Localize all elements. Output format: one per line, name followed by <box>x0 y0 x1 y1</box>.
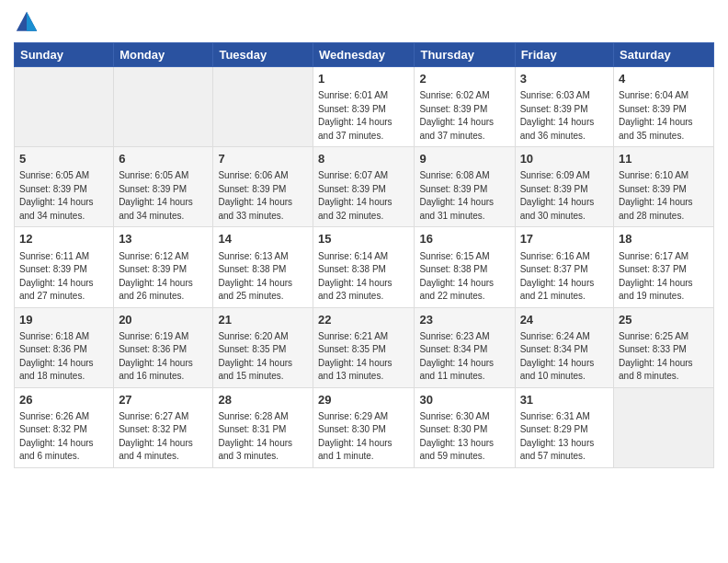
calendar-cell: 2Sunrise: 6:02 AM Sunset: 8:39 PM Daylig… <box>415 67 515 147</box>
calendar-cell: 16Sunrise: 6:15 AM Sunset: 8:38 PM Dayli… <box>415 227 515 307</box>
day-number: 18 <box>619 231 709 247</box>
day-number: 24 <box>520 312 609 328</box>
day-info: Sunrise: 6:03 AM Sunset: 8:39 PM Dayligh… <box>520 89 609 143</box>
day-number: 31 <box>520 392 609 408</box>
calendar-table: SundayMondayTuesdayWednesdayThursdayFrid… <box>14 42 714 468</box>
day-number: 10 <box>520 151 609 167</box>
day-info: Sunrise: 6:11 AM Sunset: 8:39 PM Dayligh… <box>19 250 108 304</box>
calendar-cell: 3Sunrise: 6:03 AM Sunset: 8:39 PM Daylig… <box>515 67 613 147</box>
day-number: 20 <box>119 312 208 328</box>
day-number: 19 <box>19 312 108 328</box>
day-number: 28 <box>218 392 308 408</box>
calendar-cell: 11Sunrise: 6:10 AM Sunset: 8:39 PM Dayli… <box>614 147 714 227</box>
day-number: 17 <box>520 231 609 247</box>
day-number: 27 <box>119 392 208 408</box>
calendar-week-5: 26Sunrise: 6:26 AM Sunset: 8:32 PM Dayli… <box>15 387 714 467</box>
day-info: Sunrise: 6:28 AM Sunset: 8:31 PM Dayligh… <box>218 410 308 464</box>
day-info: Sunrise: 6:15 AM Sunset: 8:38 PM Dayligh… <box>419 250 509 304</box>
day-info: Sunrise: 6:05 AM Sunset: 8:39 PM Dayligh… <box>119 169 208 223</box>
calendar-cell: 18Sunrise: 6:17 AM Sunset: 8:37 PM Dayli… <box>614 227 714 307</box>
day-number: 9 <box>419 151 509 167</box>
calendar-cell: 31Sunrise: 6:31 AM Sunset: 8:29 PM Dayli… <box>515 387 613 467</box>
page: SundayMondayTuesdayWednesdayThursdayFrid… <box>0 0 728 563</box>
calendar-cell <box>614 387 714 467</box>
weekday-header-sunday: Sunday <box>15 43 114 67</box>
calendar-cell: 30Sunrise: 6:30 AM Sunset: 8:30 PM Dayli… <box>415 387 515 467</box>
day-info: Sunrise: 6:23 AM Sunset: 8:34 PM Dayligh… <box>419 330 509 384</box>
day-info: Sunrise: 6:19 AM Sunset: 8:36 PM Dayligh… <box>119 330 208 384</box>
calendar-cell <box>114 67 213 147</box>
day-info: Sunrise: 6:16 AM Sunset: 8:37 PM Dayligh… <box>520 250 609 304</box>
day-number: 26 <box>19 392 108 408</box>
weekday-header-monday: Monday <box>114 43 213 67</box>
day-number: 30 <box>419 392 509 408</box>
calendar-cell: 23Sunrise: 6:23 AM Sunset: 8:34 PM Dayli… <box>415 307 515 387</box>
day-info: Sunrise: 6:18 AM Sunset: 8:36 PM Dayligh… <box>19 330 108 384</box>
weekday-header-saturday: Saturday <box>614 43 714 67</box>
day-info: Sunrise: 6:13 AM Sunset: 8:38 PM Dayligh… <box>218 250 308 304</box>
day-info: Sunrise: 6:25 AM Sunset: 8:33 PM Dayligh… <box>619 330 709 384</box>
day-number: 4 <box>619 71 709 87</box>
calendar-cell: 4Sunrise: 6:04 AM Sunset: 8:39 PM Daylig… <box>614 67 714 147</box>
day-number: 25 <box>619 312 709 328</box>
calendar-cell: 24Sunrise: 6:24 AM Sunset: 8:34 PM Dayli… <box>515 307 613 387</box>
day-number: 7 <box>218 151 308 167</box>
weekday-header-tuesday: Tuesday <box>213 43 313 67</box>
calendar-week-3: 12Sunrise: 6:11 AM Sunset: 8:39 PM Dayli… <box>15 227 714 307</box>
day-number: 29 <box>318 392 409 408</box>
day-number: 2 <box>419 71 509 87</box>
calendar-cell: 13Sunrise: 6:12 AM Sunset: 8:39 PM Dayli… <box>114 227 213 307</box>
calendar-cell <box>15 67 114 147</box>
weekday-header-row: SundayMondayTuesdayWednesdayThursdayFrid… <box>15 43 714 67</box>
calendar-cell: 12Sunrise: 6:11 AM Sunset: 8:39 PM Dayli… <box>15 227 114 307</box>
calendar-cell: 25Sunrise: 6:25 AM Sunset: 8:33 PM Dayli… <box>614 307 714 387</box>
calendar-cell: 22Sunrise: 6:21 AM Sunset: 8:35 PM Dayli… <box>313 307 415 387</box>
calendar-cell: 29Sunrise: 6:29 AM Sunset: 8:30 PM Dayli… <box>313 387 415 467</box>
calendar-cell: 10Sunrise: 6:09 AM Sunset: 8:39 PM Dayli… <box>515 147 613 227</box>
day-info: Sunrise: 6:29 AM Sunset: 8:30 PM Dayligh… <box>318 410 409 464</box>
header <box>14 9 714 35</box>
day-number: 6 <box>119 151 208 167</box>
calendar-cell: 26Sunrise: 6:26 AM Sunset: 8:32 PM Dayli… <box>15 387 114 467</box>
calendar-cell: 27Sunrise: 6:27 AM Sunset: 8:32 PM Dayli… <box>114 387 213 467</box>
day-info: Sunrise: 6:02 AM Sunset: 8:39 PM Dayligh… <box>419 89 509 143</box>
calendar-cell: 5Sunrise: 6:05 AM Sunset: 8:39 PM Daylig… <box>15 147 114 227</box>
calendar-week-1: 1Sunrise: 6:01 AM Sunset: 8:39 PM Daylig… <box>15 67 714 147</box>
calendar-cell: 28Sunrise: 6:28 AM Sunset: 8:31 PM Dayli… <box>213 387 313 467</box>
day-number: 21 <box>218 312 308 328</box>
day-info: Sunrise: 6:31 AM Sunset: 8:29 PM Dayligh… <box>520 410 609 464</box>
day-number: 1 <box>318 71 409 87</box>
calendar-cell: 21Sunrise: 6:20 AM Sunset: 8:35 PM Dayli… <box>213 307 313 387</box>
day-info: Sunrise: 6:01 AM Sunset: 8:39 PM Dayligh… <box>318 89 409 143</box>
weekday-header-thursday: Thursday <box>415 43 515 67</box>
svg-marker-1 <box>27 12 37 31</box>
day-number: 11 <box>619 151 709 167</box>
calendar-week-2: 5Sunrise: 6:05 AM Sunset: 8:39 PM Daylig… <box>15 147 714 227</box>
day-number: 3 <box>520 71 609 87</box>
calendar-cell: 19Sunrise: 6:18 AM Sunset: 8:36 PM Dayli… <box>15 307 114 387</box>
logo-icon <box>14 9 40 35</box>
calendar-cell: 8Sunrise: 6:07 AM Sunset: 8:39 PM Daylig… <box>313 147 415 227</box>
day-info: Sunrise: 6:09 AM Sunset: 8:39 PM Dayligh… <box>520 169 609 223</box>
day-info: Sunrise: 6:24 AM Sunset: 8:34 PM Dayligh… <box>520 330 609 384</box>
day-info: Sunrise: 6:12 AM Sunset: 8:39 PM Dayligh… <box>119 250 208 304</box>
day-info: Sunrise: 6:14 AM Sunset: 8:38 PM Dayligh… <box>318 250 409 304</box>
day-info: Sunrise: 6:04 AM Sunset: 8:39 PM Dayligh… <box>619 89 709 143</box>
day-info: Sunrise: 6:10 AM Sunset: 8:39 PM Dayligh… <box>619 169 709 223</box>
weekday-header-friday: Friday <box>515 43 613 67</box>
day-info: Sunrise: 6:17 AM Sunset: 8:37 PM Dayligh… <box>619 250 709 304</box>
calendar-cell: 9Sunrise: 6:08 AM Sunset: 8:39 PM Daylig… <box>415 147 515 227</box>
calendar-cell: 17Sunrise: 6:16 AM Sunset: 8:37 PM Dayli… <box>515 227 613 307</box>
day-number: 13 <box>119 231 208 247</box>
day-number: 23 <box>419 312 509 328</box>
calendar-cell: 6Sunrise: 6:05 AM Sunset: 8:39 PM Daylig… <box>114 147 213 227</box>
calendar-cell: 7Sunrise: 6:06 AM Sunset: 8:39 PM Daylig… <box>213 147 313 227</box>
day-info: Sunrise: 6:27 AM Sunset: 8:32 PM Dayligh… <box>119 410 208 464</box>
calendar-cell: 14Sunrise: 6:13 AM Sunset: 8:38 PM Dayli… <box>213 227 313 307</box>
day-number: 22 <box>318 312 409 328</box>
day-info: Sunrise: 6:21 AM Sunset: 8:35 PM Dayligh… <box>318 330 409 384</box>
day-info: Sunrise: 6:07 AM Sunset: 8:39 PM Dayligh… <box>318 169 409 223</box>
day-number: 16 <box>419 231 509 247</box>
calendar-cell: 20Sunrise: 6:19 AM Sunset: 8:36 PM Dayli… <box>114 307 213 387</box>
day-info: Sunrise: 6:06 AM Sunset: 8:39 PM Dayligh… <box>218 169 308 223</box>
